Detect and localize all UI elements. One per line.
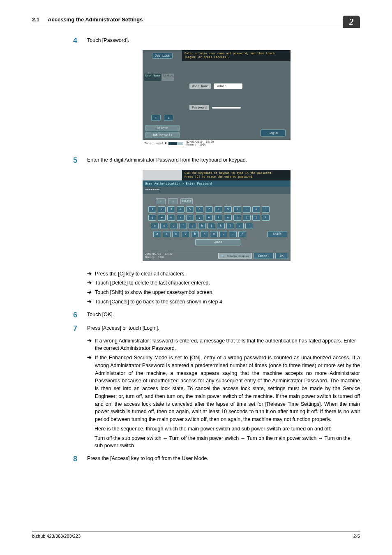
key-row-3: a s d f g h j k l ; ': [146, 223, 287, 229]
key-e[interactable]: e: [167, 215, 175, 221]
tab-username[interactable]: User Name: [144, 74, 161, 81]
password-label[interactable]: Password: [189, 105, 209, 110]
cursor-right-key[interactable]: →: [168, 198, 178, 204]
shift-key[interactable]: Shift: [267, 231, 287, 237]
key-backslash[interactable]: \: [262, 215, 270, 221]
key-2[interactable]: 2: [158, 206, 166, 213]
toner-gauge-icon: [168, 142, 183, 145]
job-details-button[interactable]: Job Details: [145, 132, 180, 138]
delete-key[interactable]: Delete: [180, 198, 193, 204]
login-button[interactable]: Login: [261, 130, 286, 136]
key-quote[interactable]: ': [245, 223, 253, 229]
onscreen-keyboard: ← → Delete 1 2 3 4 5 6 7 8 9 0: [143, 194, 291, 251]
cursor-left-key[interactable]: ←: [156, 198, 166, 204]
step-5: 5 Enter the 8-digit Administrator Passwo…: [73, 156, 360, 165]
key-p[interactable]: p: [233, 215, 241, 221]
key-y[interactable]: y: [196, 215, 203, 221]
key-n[interactable]: n: [201, 231, 208, 237]
key-i[interactable]: i: [214, 215, 222, 221]
scroll-up-button[interactable]: ↑: [151, 115, 161, 121]
cancel-button[interactable]: Cancel: [254, 253, 274, 259]
key-period[interactable]: .: [229, 231, 237, 237]
arrow-icon: ➔: [87, 270, 92, 278]
key-f[interactable]: f: [179, 223, 187, 229]
status-bar: Toner Level K 02/01/2010 15:20 Memory 10…: [143, 140, 291, 147]
key-8[interactable]: 8: [214, 206, 222, 213]
username-label[interactable]: User Name: [189, 83, 211, 89]
step-text: Enter the 8-digit Administrator Password…: [87, 156, 360, 164]
substep: ➔If a wrong Administrator Password is en…: [87, 337, 360, 353]
key-rbracket[interactable]: ]: [252, 215, 260, 221]
hint-text: Enter a login user name and password, an…: [182, 50, 291, 61]
key-j[interactable]: j: [208, 223, 215, 229]
key-comma[interactable]: ,: [219, 231, 227, 237]
key-row-4: z x c v b n m , . / Shift: [146, 231, 287, 237]
key-4[interactable]: 4: [177, 206, 184, 213]
step-text: Press the [Access] key to log off from t…: [87, 455, 360, 462]
arrow-icon: ➔: [87, 298, 92, 306]
key-1[interactable]: 1: [148, 206, 156, 213]
key-equals[interactable]: =: [252, 206, 260, 213]
step-8: 8 Press the [Access] key to log off from…: [73, 455, 360, 463]
substep: ➔Touch [Shift] to show the upper case/sy…: [87, 289, 360, 296]
key-backtick[interactable]: `: [262, 206, 270, 213]
space-key[interactable]: Space: [195, 239, 240, 245]
enlarge-button[interactable]: 🔍 Enlarge Display: [218, 253, 252, 259]
key-9[interactable]: 9: [224, 206, 232, 213]
substep: ➔Touch [Cancel] to go back to the screen…: [87, 298, 360, 306]
key-5[interactable]: 5: [186, 206, 194, 213]
substep-tail: Here is the sequence, through which the …: [95, 425, 360, 433]
step-4: 4 Touch [Password].: [73, 37, 360, 45]
delete-button[interactable]: Delete: [145, 125, 180, 131]
step-number: 5: [73, 156, 87, 165]
key-w[interactable]: w: [158, 215, 166, 221]
key-l[interactable]: l: [226, 223, 234, 229]
key-3[interactable]: 3: [167, 206, 175, 213]
key-s[interactable]: s: [160, 223, 168, 229]
key-x[interactable]: x: [163, 231, 171, 237]
page-number: 2-5: [353, 534, 360, 539]
arrow-icon: ➔: [87, 289, 92, 296]
key-semicolon[interactable]: ;: [236, 223, 244, 229]
password-input[interactable]: ********: [143, 187, 291, 194]
key-0[interactable]: 0: [233, 206, 241, 213]
key-7[interactable]: 7: [205, 206, 213, 213]
key-u[interactable]: u: [205, 215, 213, 221]
arrow-icon: ➔: [87, 354, 92, 362]
key-slash[interactable]: /: [238, 231, 246, 237]
key-h[interactable]: h: [198, 223, 206, 229]
key-6[interactable]: 6: [196, 206, 203, 213]
step-7: 7 Press [Access] or touch [Login].: [73, 324, 360, 333]
key-z[interactable]: z: [153, 231, 161, 237]
job-list-button[interactable]: Job List: [152, 53, 173, 59]
substep-tail: Turn off the sub power switch → Turn off…: [95, 435, 360, 450]
key-o[interactable]: o: [224, 215, 232, 221]
key-minus[interactable]: -: [243, 206, 251, 213]
arrow-icon: ➔: [87, 337, 92, 345]
ok-button[interactable]: OK: [275, 253, 288, 259]
key-t[interactable]: t: [186, 215, 194, 221]
key-d[interactable]: d: [170, 223, 178, 229]
key-b[interactable]: b: [191, 231, 199, 237]
username-value: admin: [214, 83, 242, 89]
tab-status[interactable]: Status: [162, 74, 174, 81]
step-number: 8: [73, 455, 87, 463]
step-text: Press [Access] or touch [Login].: [87, 324, 360, 332]
arrow-icon: ➔: [87, 279, 92, 287]
substep: ➔Press the [C] key to clear all characte…: [87, 270, 360, 278]
key-row-1: 1 2 3 4 5 6 7 8 9 0 - = `: [146, 206, 287, 213]
key-r[interactable]: r: [177, 215, 184, 221]
step-number: 6: [73, 311, 87, 319]
key-m[interactable]: m: [210, 231, 218, 237]
step-6: 6 Touch [OK].: [73, 311, 360, 319]
key-g[interactable]: g: [189, 223, 196, 229]
scroll-down-button[interactable]: ↓: [164, 115, 173, 121]
key-a[interactable]: a: [151, 223, 159, 229]
key-c[interactable]: c: [172, 231, 180, 237]
breadcrumb: User Authentication > Enter Password: [143, 180, 291, 187]
key-k[interactable]: k: [217, 223, 225, 229]
key-q[interactable]: q: [148, 215, 156, 221]
key-v[interactable]: v: [182, 231, 189, 237]
key-lbracket[interactable]: [: [243, 215, 251, 221]
chapter-badge: 2: [343, 16, 360, 28]
